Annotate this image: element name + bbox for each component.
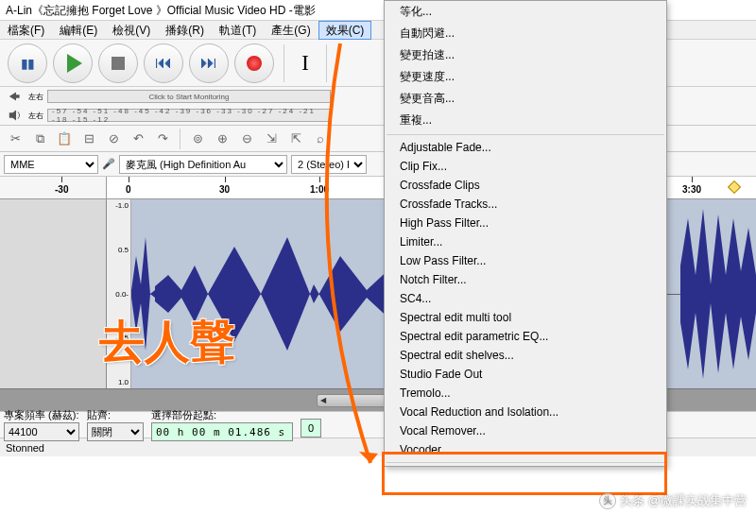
effect-spectral-multi[interactable]: Spectral edit multi tool [385, 308, 666, 327]
record-button[interactable] [234, 43, 274, 83]
watermark: 头 头条 @微課实战集中营 [599, 492, 747, 509]
zoom-in-button[interactable]: ⊕ [211, 129, 233, 149]
effect-limiter[interactable]: Limiter... [385, 232, 666, 251]
toolbar-divider-2 [326, 44, 327, 82]
effect-repeat[interactable]: 重複... [385, 110, 666, 131]
amplitude-scale: -1.0 0.50.0--0.5 1.0 [107, 199, 131, 388]
fit-project-button[interactable]: ⇱ [284, 129, 307, 149]
effect-studio-fade[interactable]: Studio Fade Out [385, 365, 666, 384]
host-select[interactable]: MME [4, 155, 98, 174]
watermark-text: 头条 @微課实战集中营 [620, 492, 747, 509]
pause-icon [21, 55, 34, 72]
menu-separator [387, 462, 664, 463]
stop-icon [112, 57, 125, 70]
effect-low-pass[interactable]: Low Pass Filter... [385, 251, 666, 270]
effect-spectral-parametric[interactable]: Spectral edit parametric EQ... [385, 327, 666, 346]
ruler-tick: 1:00 [310, 184, 329, 195]
silence-button[interactable]: ⊘ [102, 129, 125, 149]
effect-notch[interactable]: Notch Filter... [385, 270, 666, 289]
play-icon [67, 54, 82, 73]
effect-vocal-reduction[interactable]: Vocal Reduction and Isolation... [385, 403, 666, 421]
record-icon [247, 56, 262, 71]
effect-adjustable-fade[interactable]: Adjustable Fade... [385, 138, 666, 157]
skip-end-icon [200, 53, 217, 73]
snap-label: 貼齊: [87, 409, 111, 420]
menu-file[interactable]: 檔案(F) [0, 21, 52, 40]
zoom-toggle-button[interactable]: ⌕ [309, 129, 332, 149]
recording-meter[interactable]: Click to Start Monitoring [47, 90, 331, 103]
play-button[interactable] [53, 43, 93, 83]
menu-transport[interactable]: 播錄(R) [158, 21, 212, 40]
mic-select-icon: 🎤 [102, 158, 115, 170]
project-rate-label: 專案頻率 (赫茲): [4, 409, 78, 420]
toolbar-divider [284, 44, 284, 82]
effect-vocoder[interactable]: Vocoder... [385, 440, 666, 459]
effect-vocal-remover[interactable]: Vocal Remover... [385, 421, 666, 440]
selection-start-label: 選擇部份起點: [151, 409, 216, 420]
mic-icon [8, 90, 25, 103]
ruler-tick: 30 [219, 184, 230, 195]
effect-crossfade-clips[interactable]: Crossfade Clips [385, 176, 666, 195]
skip-end-button[interactable] [189, 43, 229, 83]
toolbar-divider-3 [180, 129, 180, 149]
snap-select[interactable]: 關閉 [87, 422, 144, 441]
menu-generate[interactable]: 產生(G) [264, 21, 318, 40]
effect-clip-fix[interactable]: Clip Fix... [385, 157, 666, 176]
effect-spectral-shelves[interactable]: Spectral edit shelves... [385, 346, 666, 365]
recording-device-select[interactable]: 麥克風 (High Definition Au [119, 155, 287, 174]
selection-start-time[interactable] [151, 422, 293, 441]
effect-tremolo[interactable]: Tremolo... [385, 384, 666, 403]
watermark-logo-icon: 头 [599, 492, 616, 509]
effect-equalization[interactable]: 等化... [385, 1, 666, 23]
effect-high-pass[interactable]: High Pass Filter... [385, 214, 666, 232]
effect-crossfade-tracks[interactable]: Crossfade Tracks... [385, 195, 666, 214]
effect-menu-dropdown: 等化... 自動閃避... 變更拍速... 變更速度... 變更音高... 重複… [384, 0, 667, 467]
waveform-segment [155, 199, 420, 388]
waveform-segment [680, 199, 756, 388]
effect-change-pitch[interactable]: 變更音高... [385, 88, 666, 110]
meter-lr-label-2: 左右 [28, 112, 43, 119]
cut-button[interactable]: ✂ [4, 129, 26, 149]
effect-sc4[interactable]: SC4... [385, 289, 666, 308]
selection-tool-button[interactable]: I [294, 50, 317, 76]
selection-mid-field[interactable] [301, 419, 321, 438]
waveform-segment [131, 199, 155, 388]
scroll-left-icon[interactable]: ◀ [320, 396, 326, 404]
track-control-panel[interactable] [0, 199, 107, 388]
paste-button[interactable]: 📋 [53, 129, 76, 149]
ruler-tick: -30 [55, 184, 68, 195]
skip-start-icon [155, 53, 172, 73]
playback-meter[interactable] [47, 109, 331, 122]
copy-button[interactable]: ⧉ [28, 129, 51, 149]
pause-button[interactable] [8, 43, 47, 83]
menu-effect[interactable]: 效果(C) [318, 21, 372, 40]
undo-button[interactable]: ↶ [127, 129, 149, 149]
trim-button[interactable]: ⊟ [77, 129, 100, 149]
effect-change-speed[interactable]: 變更速度... [385, 66, 666, 88]
fit-selection-button[interactable]: ⇲ [260, 129, 283, 149]
skip-start-button[interactable] [144, 43, 183, 83]
meter-lr-label: 左右 [28, 94, 43, 100]
ruler-tick: 3:30 [682, 184, 701, 195]
ruler-tick: 0 [126, 184, 131, 195]
effect-change-tempo[interactable]: 變更拍速... [385, 44, 666, 66]
ruler-head [0, 177, 107, 198]
recording-channels-select[interactable]: 2 (Stereo) F [291, 155, 367, 174]
redo-button[interactable]: ↷ [151, 129, 174, 149]
menu-tracks[interactable]: 軌道(T) [212, 21, 264, 40]
sync-lock-button[interactable]: ⊚ [186, 129, 209, 149]
menu-view[interactable]: 檢視(V) [105, 21, 158, 40]
menu-separator [387, 134, 664, 135]
timeline-marker-icon[interactable] [728, 180, 741, 194]
speaker-icon [8, 109, 25, 122]
meter-click-text: Click to Start Monitoring [149, 93, 230, 101]
menu-edit[interactable]: 編輯(E) [52, 21, 105, 40]
stop-button[interactable] [98, 43, 138, 83]
effect-auto-duck[interactable]: 自動閃避... [385, 23, 666, 44]
zoom-out-button[interactable]: ⊖ [235, 129, 258, 149]
